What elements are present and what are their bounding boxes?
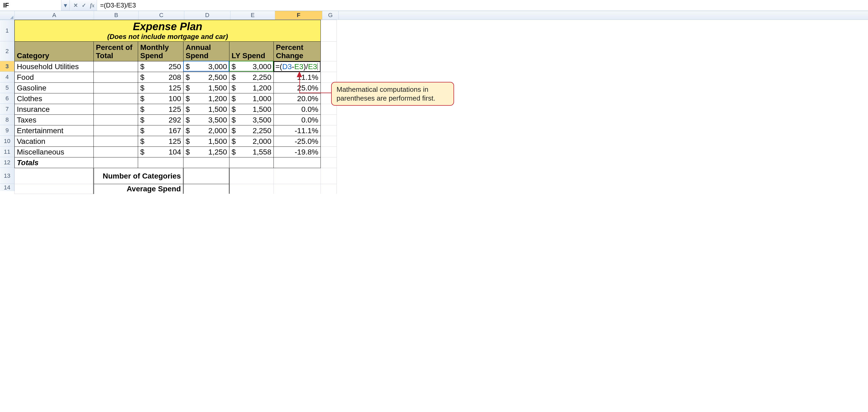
enter-icon[interactable]: ✓ bbox=[82, 2, 86, 8]
cell-d5[interactable]: $1,500 bbox=[184, 83, 229, 93]
cell-c12[interactable] bbox=[138, 158, 184, 168]
cell-a12[interactable]: Totals bbox=[15, 158, 94, 168]
cell-f11[interactable]: -19.8% bbox=[274, 147, 321, 158]
cell-b6[interactable] bbox=[94, 93, 138, 104]
cell-e5[interactable]: $1,200 bbox=[229, 83, 274, 93]
cell-a8[interactable]: Taxes bbox=[15, 115, 94, 126]
row-header-3[interactable]: 3 bbox=[0, 61, 14, 71]
cell-f5[interactable]: 25.0% bbox=[274, 83, 321, 93]
cell-f6[interactable]: 20.0% bbox=[274, 93, 321, 104]
row-header-11[interactable]: 11 bbox=[0, 146, 14, 157]
cell-g14[interactable] bbox=[321, 184, 337, 194]
cell-e8[interactable]: $3,500 bbox=[229, 115, 274, 126]
cell-g2[interactable] bbox=[321, 42, 337, 61]
cell-b12[interactable] bbox=[94, 158, 138, 168]
cell-f3[interactable]: =(D3-E3)/E3 bbox=[274, 61, 321, 72]
column-header-e[interactable]: E bbox=[230, 11, 275, 20]
cell-c7[interactable]: $125 bbox=[138, 104, 184, 115]
cell-b10[interactable] bbox=[94, 136, 138, 147]
cell-c10[interactable]: $125 bbox=[138, 136, 184, 147]
cell-a11[interactable]: Miscellaneous bbox=[15, 147, 94, 158]
cell-a14[interactable] bbox=[15, 184, 94, 194]
cell-c9[interactable]: $167 bbox=[138, 126, 184, 136]
cell-d4[interactable]: $2,500 bbox=[184, 72, 229, 83]
cell-d10[interactable]: $1,500 bbox=[184, 136, 229, 147]
column-header-f[interactable]: F bbox=[275, 11, 322, 20]
cell-d3[interactable]: $3,000 bbox=[184, 61, 229, 72]
cancel-icon[interactable]: ✕ bbox=[73, 2, 78, 8]
cell-b4[interactable] bbox=[94, 72, 138, 83]
cell-f14[interactable] bbox=[274, 184, 321, 194]
cell-b11[interactable] bbox=[94, 147, 138, 158]
cell-g4[interactable] bbox=[321, 72, 337, 83]
cell-e14[interactable] bbox=[229, 184, 274, 194]
cell-b5[interactable] bbox=[94, 83, 138, 93]
cell-d9[interactable]: $2,000 bbox=[184, 126, 229, 136]
cell-a6[interactable]: Clothes bbox=[15, 93, 94, 104]
cell-f3-editing[interactable]: =(D3-E3)/E3 bbox=[274, 61, 320, 72]
header-e[interactable]: LY Spend bbox=[229, 42, 274, 61]
formula-bar-input[interactable]: =(D3-E3)/E3 bbox=[97, 0, 868, 11]
row-header-5[interactable]: 5 bbox=[0, 82, 14, 93]
cell-a13[interactable] bbox=[15, 168, 94, 184]
cell-e12[interactable] bbox=[229, 158, 274, 168]
row-header-6[interactable]: 6 bbox=[0, 93, 14, 104]
header-a[interactable]: Category bbox=[15, 42, 94, 61]
cell-c3[interactable]: $250 bbox=[138, 61, 184, 72]
cell-g13[interactable] bbox=[321, 168, 337, 184]
name-box-dropdown[interactable]: ▾ bbox=[61, 0, 69, 11]
row-header-7[interactable]: 7 bbox=[0, 104, 14, 114]
cell-f9[interactable]: -11.1% bbox=[274, 126, 321, 136]
cell-b3[interactable] bbox=[94, 61, 138, 72]
cell-e4[interactable]: $2,250 bbox=[229, 72, 274, 83]
column-header-a[interactable]: A bbox=[15, 11, 94, 20]
row-header-14[interactable]: 14 bbox=[0, 183, 14, 191]
cell-a9[interactable]: Entertainment bbox=[15, 126, 94, 136]
cell-c5[interactable]: $125 bbox=[138, 83, 184, 93]
cell-g12[interactable] bbox=[321, 158, 337, 168]
cell-c8[interactable]: $292 bbox=[138, 115, 184, 126]
cell-c11[interactable]: $104 bbox=[138, 147, 184, 158]
column-header-b[interactable]: B bbox=[94, 11, 138, 20]
cell-g9[interactable] bbox=[321, 126, 337, 136]
cell-f13[interactable] bbox=[274, 168, 321, 184]
cell-d8[interactable]: $3,500 bbox=[184, 115, 229, 126]
header-c[interactable]: MonthlySpend bbox=[138, 42, 184, 61]
cell-b9[interactable] bbox=[94, 126, 138, 136]
cell-a4[interactable]: Food bbox=[15, 72, 94, 83]
row-header-13[interactable]: 13 bbox=[0, 168, 14, 183]
cell-e11[interactable]: $1,558 bbox=[229, 147, 274, 158]
cell-f10[interactable]: -25.0% bbox=[274, 136, 321, 147]
row-header-4[interactable]: 4 bbox=[0, 71, 14, 82]
cell-b7[interactable] bbox=[94, 104, 138, 115]
title-cell[interactable]: Expense Plan(Does not include mortgage a… bbox=[15, 20, 321, 42]
cell-d11[interactable]: $1,250 bbox=[184, 147, 229, 158]
cell-e7[interactable]: $1,500 bbox=[229, 104, 274, 115]
row-header-2[interactable]: 2 bbox=[0, 41, 14, 61]
cell-a5[interactable]: Gasoline bbox=[15, 83, 94, 93]
cell-grid[interactable]: Expense Plan(Does not include mortgage a… bbox=[14, 20, 337, 194]
row-header-12[interactable]: 12 bbox=[0, 157, 14, 168]
row-header-9[interactable]: 9 bbox=[0, 125, 14, 136]
column-header-d[interactable]: D bbox=[184, 11, 230, 20]
cell-e9[interactable]: $2,250 bbox=[229, 126, 274, 136]
fx-icon[interactable]: fx bbox=[90, 2, 95, 8]
select-all-corner[interactable] bbox=[0, 11, 15, 20]
cell-a7[interactable]: Insurance bbox=[15, 104, 94, 115]
cell-d7[interactable]: $1,500 bbox=[184, 104, 229, 115]
header-b[interactable]: Percent ofTotal bbox=[94, 42, 138, 61]
row-header-1[interactable]: 1 bbox=[0, 20, 14, 41]
cell-f12[interactable] bbox=[274, 158, 321, 168]
cell-g10[interactable] bbox=[321, 136, 337, 147]
header-f[interactable]: PercentChange bbox=[274, 42, 321, 61]
summary-label-13[interactable]: Number of Categories bbox=[94, 168, 184, 184]
column-header-g[interactable]: G bbox=[322, 11, 339, 20]
cell-g3[interactable] bbox=[321, 61, 337, 72]
cell-b8[interactable] bbox=[94, 115, 138, 126]
cell-g1[interactable] bbox=[321, 20, 337, 42]
cell-d13[interactable] bbox=[184, 168, 229, 184]
cell-d12[interactable] bbox=[184, 158, 229, 168]
column-header-c[interactable]: C bbox=[138, 11, 184, 20]
cell-e10[interactable]: $2,000 bbox=[229, 136, 274, 147]
cell-c4[interactable]: $208 bbox=[138, 72, 184, 83]
